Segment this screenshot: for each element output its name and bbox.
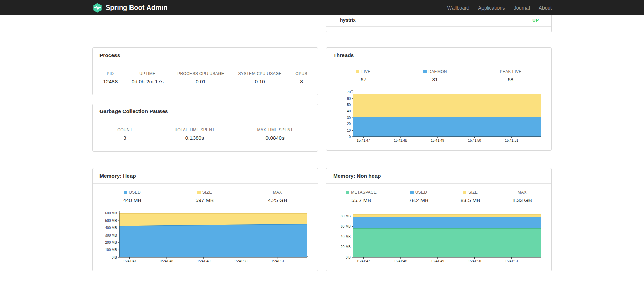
stat-value: 4.25 GB (268, 197, 287, 203)
nav-item-wallboard[interactable]: Wallboard (443, 5, 474, 11)
health-status-badge: UP (532, 18, 539, 23)
nav-item-applications[interactable]: Applications (474, 5, 509, 11)
size-series-swatch (463, 191, 466, 194)
svg-text:15:41:48: 15:41:48 (394, 259, 407, 263)
memory-nonheap-card-title: Memory: Non heap (326, 168, 551, 184)
stat-label: CPUS (295, 71, 307, 76)
svg-text:15:41:49: 15:41:49 (197, 259, 210, 263)
process-card: Process PID 12488 UPTIME 0d 0h 2m 17s PR… (92, 47, 318, 95)
stat-value: 78.2 MB (409, 197, 429, 203)
svg-text:15:41:49: 15:41:49 (431, 259, 444, 263)
svg-text:500 MB: 500 MB (105, 219, 117, 223)
stat-value: 83.5 MB (461, 197, 480, 203)
svg-text:10: 10 (347, 128, 351, 132)
svg-text:80 MB: 80 MB (341, 214, 351, 218)
stat-nonheap-max: MAX 1.33 GB (512, 190, 532, 203)
svg-text:30: 30 (347, 116, 351, 120)
svg-text:20: 20 (347, 122, 351, 126)
stat-threads-peak-live: PEAK LIVE 68 (500, 69, 522, 83)
stat-label: USED (415, 190, 427, 195)
threads-chart: 01020304050607015:41:4715:41:4815:41:491… (333, 87, 545, 144)
stat-value: 0.10 (238, 79, 282, 85)
health-row-hystrix: hystrix UP (326, 15, 551, 27)
memory-nonheap-card: Memory: Non heap METASPACE 55.7 MB USED … (326, 168, 552, 271)
stat-value: 0d 0h 2m 17s (132, 79, 164, 85)
svg-text:20 MB: 20 MB (341, 245, 351, 249)
navbar-links: Wallboard Applications Journal About (443, 5, 552, 11)
stat-label: USED (129, 190, 141, 195)
svg-text:70: 70 (347, 90, 351, 94)
stat-system-cpu-usage: SYSTEM CPU USAGE 0.10 (238, 71, 282, 85)
memory-nonheap-chart-area: 0 B20 MB40 MB60 MB80 MB15:41:4715:41:481… (326, 206, 551, 271)
threads-card-title: Threads (326, 48, 551, 63)
gc-card-title: Garbage Collection Pauses (93, 104, 318, 119)
daemon-series-swatch (423, 70, 427, 73)
stat-uptime: UPTIME 0d 0h 2m 17s (132, 71, 164, 85)
svg-text:15:41:47: 15:41:47 (123, 259, 136, 263)
stat-label: SIZE (202, 190, 212, 195)
svg-text:200 MB: 200 MB (105, 241, 117, 244)
stat-gc-count: COUNT 3 (117, 127, 132, 141)
svg-text:15:41:48: 15:41:48 (394, 139, 407, 142)
spring-boot-admin-logo-icon (92, 3, 103, 13)
stat-label: DAEMON (428, 69, 447, 74)
threads-card: Threads LIVE 67 DAEMON 31 PEAK LIVE 68 0… (326, 47, 552, 151)
svg-text:40 MB: 40 MB (341, 235, 351, 239)
gc-stats: COUNT 3 TOTAL TIME SPENT 0.1380s MAX TIM… (93, 119, 318, 151)
svg-text:50: 50 (347, 103, 351, 107)
brand-link[interactable]: Spring Boot Admin (92, 3, 167, 13)
svg-text:400 MB: 400 MB (105, 226, 117, 230)
stat-value: 12488 (103, 79, 118, 85)
stat-label: PROCESS CPU USAGE (177, 71, 224, 76)
stat-label: UPTIME (139, 71, 155, 76)
stat-metaspace: METASPACE 55.7 MB (346, 190, 377, 203)
top-navbar: Spring Boot Admin Wallboard Applications… (0, 0, 644, 15)
stat-value: 0.0840s (257, 135, 293, 141)
memory-nonheap-chart: 0 B20 MB40 MB60 MB80 MB15:41:4715:41:481… (333, 208, 545, 265)
stat-value: 3 (117, 135, 132, 141)
stat-value: 68 (500, 77, 522, 83)
stat-threads-daemon: DAEMON 31 (423, 69, 447, 83)
stat-value: 0.01 (177, 79, 224, 85)
health-indicator-name: hystrix (340, 17, 356, 23)
stat-value: 55.7 MB (346, 197, 377, 203)
stat-label: COUNT (117, 127, 132, 132)
size-series-swatch (197, 191, 201, 194)
svg-text:15:41:51: 15:41:51 (271, 259, 285, 263)
live-series-swatch (356, 70, 359, 73)
svg-text:100 MB: 100 MB (105, 248, 117, 252)
svg-text:15:41:48: 15:41:48 (160, 259, 173, 263)
process-stats: PID 12488 UPTIME 0d 0h 2m 17s PROCESS CP… (93, 63, 318, 95)
nav-item-journal[interactable]: Journal (509, 5, 535, 11)
stat-value: 67 (356, 77, 370, 83)
health-details-card: hystrix UP (326, 15, 552, 32)
svg-text:15:41:49: 15:41:49 (431, 139, 444, 142)
stat-threads-live: LIVE 67 (356, 69, 370, 83)
svg-text:15:41:50: 15:41:50 (468, 259, 481, 263)
stat-pid: PID 12488 (103, 71, 118, 85)
stat-heap-size: SIZE 597 MB (196, 190, 214, 203)
svg-text:15:41:47: 15:41:47 (357, 139, 370, 142)
svg-text:15:41:51: 15:41:51 (505, 259, 518, 263)
svg-text:60 MB: 60 MB (341, 225, 351, 228)
stat-nonheap-size: SIZE 83.5 MB (461, 190, 480, 203)
used-series-swatch (410, 191, 414, 194)
svg-text:40: 40 (347, 109, 351, 113)
stat-cpus: CPUS 8 (295, 71, 307, 85)
stat-nonheap-used: USED 78.2 MB (409, 190, 429, 203)
svg-text:15:41:47: 15:41:47 (357, 259, 370, 263)
process-card-title: Process (93, 48, 318, 63)
svg-text:0 B: 0 B (112, 256, 117, 259)
nav-item-about[interactable]: About (534, 5, 552, 11)
brand-title: Spring Boot Admin (106, 4, 167, 12)
stat-label: MAX (273, 190, 282, 195)
stat-label: MAX TIME SPENT (257, 127, 293, 132)
metaspace-series-swatch (346, 191, 349, 194)
stat-label: TOTAL TIME SPENT (175, 127, 215, 132)
svg-text:15:41:50: 15:41:50 (234, 259, 247, 263)
svg-text:0 B: 0 B (346, 256, 351, 259)
stat-value: 8 (295, 79, 307, 85)
threads-chart-area: 01020304050607015:41:4715:41:4815:41:491… (326, 86, 551, 150)
memory-heap-legend-stats: USED 440 MB SIZE 597 MB MAX 4.25 GB (93, 184, 318, 206)
stat-label: METASPACE (351, 190, 377, 195)
